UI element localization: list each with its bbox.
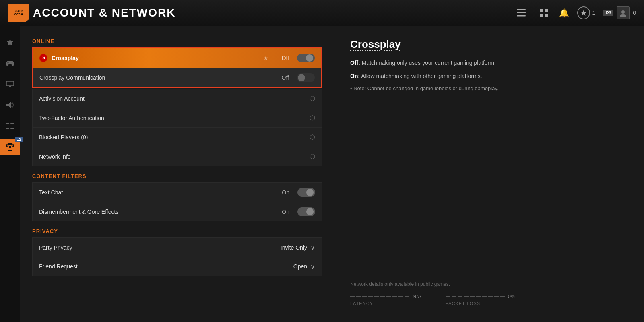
svg-rect-18	[6, 123, 9, 124]
text-chat-toggle[interactable]	[297, 188, 315, 197]
svg-marker-9	[7, 39, 13, 45]
text-chat-row[interactable]: Text Chat On	[32, 182, 322, 202]
row-divider-5	[303, 132, 303, 143]
svg-rect-19	[6, 126, 9, 126]
packet-loss-stat: 0% PACKET LOSS	[446, 293, 516, 306]
network-info-stats: Network details only available in public…	[350, 281, 515, 306]
crossplay-communication-row[interactable]: Crossplay Communication Off	[33, 68, 321, 87]
svg-rect-23	[10, 128, 14, 129]
friend-request-dropdown[interactable]: Open ∨	[293, 263, 315, 270]
logo: BLACKOPS 6 ACCOUNT & NETWORK	[8, 4, 175, 22]
crossplay-comm-toggle[interactable]	[297, 73, 315, 82]
party-privacy-row[interactable]: Party Privacy Invite Only ∨	[32, 237, 322, 257]
crossplay-comm-value: Off	[282, 74, 289, 81]
svg-rect-22	[10, 126, 14, 126]
main-settings-panel: ONLINE ✕ Crossplay ★ Off Crossplay Commu…	[20, 26, 334, 322]
crossplay-label: ✕ Crossplay	[39, 54, 263, 62]
svg-point-8	[621, 10, 625, 14]
packet-loss-bar: 0%	[446, 293, 516, 299]
sidebar-item-network[interactable]: L2	[0, 139, 20, 155]
latency-value: N/A	[413, 293, 421, 299]
crossplay-toggle[interactable]	[297, 54, 315, 62]
dash-3	[362, 296, 367, 297]
toggle-knob	[306, 54, 313, 62]
row-divider-2	[275, 72, 275, 83]
external-link-icon-4: ⬡	[310, 153, 315, 160]
pl-dash-7	[482, 296, 487, 297]
pl-dash-1	[446, 296, 450, 297]
svg-rect-3	[540, 9, 543, 12]
packet-loss-value: 0%	[508, 293, 516, 299]
row-divider-7	[275, 187, 275, 198]
friend-request-value: Open	[293, 263, 307, 270]
latency-dashes	[350, 296, 409, 297]
crossplay-star-icon: ★	[263, 55, 268, 61]
pl-dash-4	[464, 296, 469, 297]
latency-stat: N/A LATENCY	[350, 293, 421, 306]
crossplay-row[interactable]: ✕ Crossplay ★ Off	[33, 48, 321, 68]
row-divider-10	[287, 261, 287, 272]
svg-rect-6	[545, 14, 548, 17]
row-divider-8	[275, 206, 275, 217]
network-info-row[interactable]: Network Info ⬡	[32, 147, 322, 166]
profile-area[interactable]: R3 0	[603, 6, 636, 19]
crossplay-note: Note: Cannot be changed in game lobbies …	[350, 85, 628, 91]
dismemberment-value: On	[282, 208, 289, 215]
right-info-panel: Crossplay Off: Matchmaking only uses you…	[334, 26, 644, 322]
crossplay-off-description: Off: Matchmaking only uses your current …	[350, 59, 628, 67]
external-link-icon-1: ⬡	[310, 95, 315, 102]
dismemberment-label: Dismemberment & Gore Effects	[39, 208, 268, 215]
row-divider-9	[274, 242, 274, 253]
network-note: Network details only available in public…	[350, 281, 515, 287]
sidebar-item-display[interactable]	[2, 76, 18, 92]
blocked-players-row[interactable]: Blocked Players (0) ⬡	[32, 127, 322, 147]
external-link-icon-2: ⬡	[310, 114, 315, 122]
row-divider-3	[303, 93, 303, 104]
two-factor-row[interactable]: Two-Factor Authentication ⬡	[32, 108, 322, 127]
pl-dash-6	[476, 296, 481, 297]
friend-request-row[interactable]: Friend Request Open ∨	[32, 257, 322, 276]
toggle-knob-2	[298, 74, 305, 81]
row-divider	[275, 52, 275, 64]
crossplay-comm-label: Crossplay Communication	[39, 74, 268, 81]
avatar	[617, 6, 630, 19]
on-description-text: Allow matchmaking with other gaming plat…	[361, 73, 482, 79]
friend-request-label: Friend Request	[39, 263, 280, 270]
sidebar-item-account-list[interactable]	[2, 118, 18, 134]
dismemberment-row[interactable]: Dismemberment & Gore Effects On	[32, 202, 322, 221]
dismemberment-toggle[interactable]	[297, 207, 315, 216]
menu-icon[interactable]	[514, 6, 528, 20]
svg-point-13	[12, 63, 13, 64]
svg-rect-2	[517, 15, 526, 17]
external-link-icon-3: ⬡	[310, 133, 315, 141]
party-privacy-value: Invite Only	[281, 244, 307, 251]
network-stats-container: N/A LATENCY	[350, 293, 515, 306]
pl-dash-8	[488, 296, 493, 297]
dash-6	[380, 296, 385, 297]
pl-dash-5	[470, 296, 475, 297]
text-chat-label: Text Chat	[39, 189, 268, 196]
svg-rect-11	[7, 62, 8, 64]
sidebar-item-favorites[interactable]	[2, 34, 18, 50]
party-privacy-dropdown[interactable]: Invite Only ∨	[281, 244, 315, 251]
svg-marker-7	[581, 10, 586, 16]
crossplay-on-description: On: Allow matchmaking with other gaming …	[350, 72, 628, 80]
dash-8	[392, 296, 397, 297]
svg-rect-20	[6, 128, 9, 129]
svg-rect-1	[517, 12, 526, 14]
pl-dash-3	[458, 296, 462, 297]
svg-point-24	[9, 146, 11, 148]
pl-dash-9	[494, 296, 499, 297]
content-filters-label: CONTENT FILTERS	[32, 173, 322, 179]
two-factor-label: Two-Factor Authentication	[39, 115, 296, 121]
grid-icon[interactable]	[537, 6, 551, 20]
friend-count: 0	[633, 10, 636, 16]
activision-account-row[interactable]: Activision Account ⬡	[32, 89, 322, 108]
notification-bell[interactable]: 🔔	[559, 8, 569, 18]
dash-4	[368, 296, 373, 297]
off-description-text: Matchmaking only uses your current gamin…	[362, 60, 496, 66]
sidebar-item-controller[interactable]	[2, 55, 18, 71]
header: BLACKOPS 6 ACCOUNT & NETWORK 🔔	[0, 0, 644, 26]
row-divider-4	[303, 112, 303, 124]
sidebar-item-audio[interactable]	[2, 97, 18, 113]
